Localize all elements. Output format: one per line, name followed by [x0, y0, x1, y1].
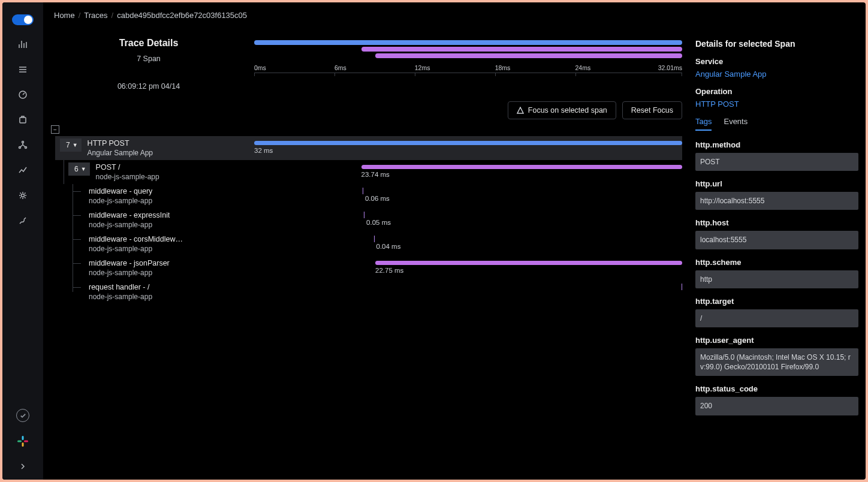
- span-toggle[interactable]: 6▼: [68, 162, 90, 176]
- span-bar: [682, 284, 682, 290]
- ruler-tick: 32.01ms: [658, 64, 682, 71]
- span-service: node-js-sample-app: [89, 293, 152, 301]
- tag-block: http.schemehttp: [695, 258, 858, 288]
- service-map-icon[interactable]: [17, 139, 29, 151]
- tag-value[interactable]: POST: [695, 153, 858, 171]
- tag-key: http.method: [695, 140, 858, 149]
- span-operation: POST /: [96, 163, 159, 171]
- span-row[interactable]: 6▼POST /node-js-sample-app23.74 ms: [55, 160, 682, 184]
- span-details-panel: Details for selected Span Service Angula…: [688, 28, 866, 480]
- breadcrumb-trace-id: cabde495bdfcc2efb6e72c03f6135c05: [117, 11, 247, 20]
- span-service: node-js-sample-app: [89, 245, 183, 253]
- breadcrumb-traces[interactable]: Traces: [84, 11, 107, 20]
- theme-toggle[interactable]: [12, 14, 34, 25]
- span-row[interactable]: request handler - /node-js-sample-app: [55, 280, 682, 304]
- tag-value[interactable]: http://localhost:5555: [695, 192, 858, 210]
- svg-rect-8: [22, 442, 24, 447]
- reset-focus-button[interactable]: Reset Focus: [622, 101, 682, 119]
- tag-block: http.target/: [695, 297, 858, 327]
- span-bar: [364, 212, 364, 218]
- operation-label: Operation: [695, 87, 858, 96]
- metrics-icon[interactable]: [17, 38, 29, 50]
- collapse-all-button[interactable]: −: [51, 125, 59, 134]
- ruler-tick: 12ms: [415, 64, 430, 71]
- span-bar: [361, 165, 683, 169]
- page-title: Trace Details: [43, 38, 254, 49]
- span-row[interactable]: middleware - jsonParsernode-js-sample-ap…: [55, 256, 682, 280]
- span-operation: middleware - query: [89, 187, 152, 195]
- tag-key: http.target: [695, 297, 858, 306]
- tag-key: http.user_agent: [695, 336, 858, 345]
- alerts-icon[interactable]: [17, 114, 29, 126]
- trace-minimap[interactable]: [254, 40, 682, 62]
- span-toggle[interactable]: 7▼: [60, 138, 82, 152]
- span-operation: middleware - jsonParser: [89, 259, 170, 267]
- tag-key: http.host: [695, 218, 858, 227]
- breadcrumb-home[interactable]: Home: [54, 11, 75, 20]
- tag-value[interactable]: Mozilla/5.0 (Macintosh; Intel Mac OS X 1…: [695, 348, 858, 376]
- ruler-tick: 0ms: [254, 64, 266, 71]
- span-row[interactable]: middleware - corsMiddlew…node-js-sample-…: [55, 232, 682, 256]
- tag-value[interactable]: 200: [695, 397, 858, 415]
- tag-block: http.user_agentMozilla/5.0 (Macintosh; I…: [695, 336, 858, 376]
- tag-key: http.status_code: [695, 384, 858, 393]
- span-operation: middleware - corsMiddlew…: [89, 235, 183, 243]
- span-bar: [254, 141, 682, 145]
- svg-rect-9: [24, 441, 28, 442]
- span-duration: 23.74 ms: [361, 171, 390, 178]
- settings-icon[interactable]: [17, 189, 29, 201]
- svg-rect-7: [17, 441, 22, 442]
- svg-point-5: [22, 194, 25, 197]
- separator: /: [111, 11, 114, 20]
- span-duration: 22.75 ms: [375, 267, 403, 274]
- tag-value[interactable]: localhost:5555: [695, 231, 858, 249]
- minimap-bar: [254, 40, 682, 45]
- svg-rect-6: [22, 436, 24, 440]
- span-duration: 0.06 ms: [365, 195, 390, 202]
- separator: /: [79, 11, 81, 20]
- instrument-icon[interactable]: [17, 215, 29, 227]
- slack-icon[interactable]: [17, 435, 29, 447]
- details-title: Details for selected Span: [695, 39, 858, 49]
- span-row[interactable]: middleware - expressInitnode-js-sample-a…: [55, 208, 682, 232]
- tab-events[interactable]: Events: [724, 117, 748, 131]
- span-bar: [375, 261, 682, 265]
- status-ok-icon[interactable]: [16, 409, 29, 422]
- tag-key: http.url: [695, 179, 858, 188]
- span-operation: request handler - /: [89, 283, 152, 291]
- ruler-tick: 18ms: [495, 64, 511, 71]
- focus-span-button[interactable]: Focus on selected span: [508, 101, 616, 119]
- ruler-tick: 6ms: [334, 64, 346, 71]
- span-service: node-js-sample-app: [96, 173, 159, 181]
- span-row[interactable]: 7▼HTTP POSTAngular Sample App32 ms: [55, 136, 682, 160]
- operation-link[interactable]: HTTP POST: [695, 100, 858, 109]
- svg-rect-1: [20, 118, 26, 123]
- minimap-bar: [375, 53, 682, 58]
- span-bar: [374, 236, 375, 242]
- expand-sidebar-icon[interactable]: [17, 460, 29, 472]
- service-link[interactable]: Angular Sample App: [695, 70, 858, 79]
- focus-span-label: Focus on selected span: [528, 106, 607, 115]
- tab-tags[interactable]: Tags: [695, 117, 712, 131]
- list-icon[interactable]: [17, 64, 29, 76]
- tag-value[interactable]: /: [695, 309, 858, 327]
- dashboard-icon[interactable]: [17, 89, 29, 101]
- span-duration: 32 ms: [254, 147, 273, 154]
- reset-focus-label: Reset Focus: [631, 106, 673, 115]
- span-service: node-js-sample-app: [89, 197, 152, 205]
- tag-block: http.status_code200: [695, 384, 858, 415]
- tag-value[interactable]: http: [695, 270, 858, 288]
- span-service: Angular Sample App: [88, 149, 153, 157]
- span-operation: HTTP POST: [88, 139, 153, 147]
- minimap-bar: [361, 47, 683, 52]
- span-row[interactable]: middleware - querynode-js-sample-app0.06…: [55, 184, 682, 208]
- span-duration: 0.04 ms: [376, 243, 400, 250]
- span-operation: middleware - expressInit: [89, 211, 170, 219]
- tag-block: http.urlhttp://localhost:5555: [695, 179, 858, 210]
- usage-icon[interactable]: [17, 164, 29, 176]
- tag-block: http.hostlocalhost:5555: [695, 218, 858, 249]
- service-label: Service: [695, 57, 858, 66]
- breadcrumb: Home / Traces / cabde495bdfcc2efb6e72c03…: [43, 2, 866, 28]
- time-ruler: 0ms 6ms 12ms 18ms 24ms 32.01ms: [254, 64, 682, 76]
- span-service: node-js-sample-app: [89, 221, 170, 229]
